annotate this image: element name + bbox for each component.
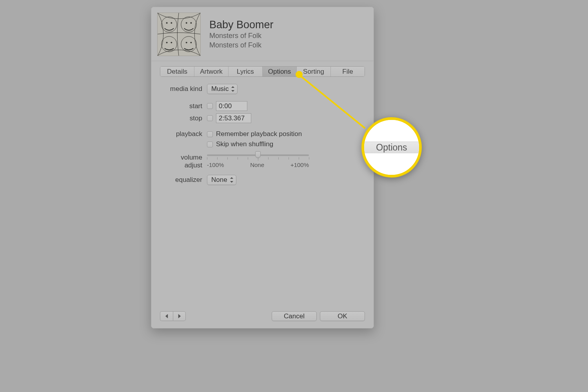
- tab-options[interactable]: Options: [263, 67, 297, 76]
- media-kind-label: media kind: [164, 85, 207, 93]
- dialog-header: Baby Boomer Monsters of Folk Monsters of…: [151, 7, 374, 61]
- tab-details[interactable]: Details: [160, 67, 194, 76]
- stop-checkbox[interactable]: [207, 115, 213, 121]
- media-kind-value: Music: [211, 85, 229, 93]
- start-time-field[interactable]: [216, 101, 247, 111]
- volume-adjust-label: volume adjust: [164, 154, 207, 169]
- next-track-button[interactable]: [173, 311, 186, 321]
- svg-point-5: [166, 22, 168, 24]
- stop-label: stop: [164, 114, 207, 122]
- volume-mid-label: None: [250, 162, 264, 168]
- slider-knob[interactable]: [255, 151, 261, 158]
- volume-max-label: +100%: [290, 162, 309, 168]
- start-checkbox[interactable]: [207, 103, 213, 109]
- album-artwork: [157, 13, 201, 56]
- svg-point-10: [171, 42, 172, 44]
- media-kind-select[interactable]: Music: [207, 84, 238, 94]
- svg-point-11: [186, 42, 187, 44]
- svg-point-9: [166, 42, 168, 44]
- volume-min-label: -100%: [207, 162, 224, 168]
- equalizer-value: None: [211, 176, 227, 184]
- remember-position-checkbox[interactable]: [207, 131, 213, 137]
- stop-time-field[interactable]: [216, 113, 251, 123]
- tab-file[interactable]: File: [331, 67, 365, 76]
- chevron-up-down-icon: [231, 86, 235, 92]
- svg-rect-0: [158, 13, 200, 56]
- tab-bar: Details Artwork Lyrics Options Sorting F…: [160, 66, 365, 77]
- svg-point-8: [190, 22, 192, 24]
- dialog-footer: Cancel OK: [151, 306, 374, 328]
- options-form: media kind Music start stop: [151, 77, 374, 185]
- svg-point-7: [186, 22, 187, 24]
- tab-artwork[interactable]: Artwork: [194, 67, 229, 76]
- track-artist: Monsters of Folk: [209, 31, 274, 40]
- equalizer-select[interactable]: None: [207, 175, 236, 185]
- remember-position-label: Remember playback position: [216, 130, 302, 138]
- cancel-button[interactable]: Cancel: [272, 311, 317, 321]
- ok-button[interactable]: OK: [320, 311, 365, 321]
- tab-lyrics[interactable]: Lyrics: [229, 67, 263, 76]
- skip-shuffling-label: Skip when shuffling: [216, 140, 273, 148]
- track-title: Baby Boomer: [209, 19, 274, 31]
- svg-point-6: [171, 22, 172, 24]
- equalizer-label: equalizer: [164, 176, 207, 184]
- playback-label: playback: [164, 130, 207, 138]
- start-label: start: [164, 102, 207, 110]
- svg-point-12: [190, 42, 192, 44]
- callout-label: Options: [376, 142, 407, 153]
- chevron-up-down-icon: [230, 177, 234, 183]
- skip-shuffling-checkbox[interactable]: [207, 142, 213, 147]
- tab-sorting[interactable]: Sorting: [297, 67, 331, 76]
- previous-track-button[interactable]: [160, 311, 173, 321]
- volume-adjust-slider[interactable]: [207, 154, 309, 156]
- song-info-dialog: Baby Boomer Monsters of Folk Monsters of…: [151, 7, 374, 328]
- track-album: Monsters of Folk: [209, 40, 274, 50]
